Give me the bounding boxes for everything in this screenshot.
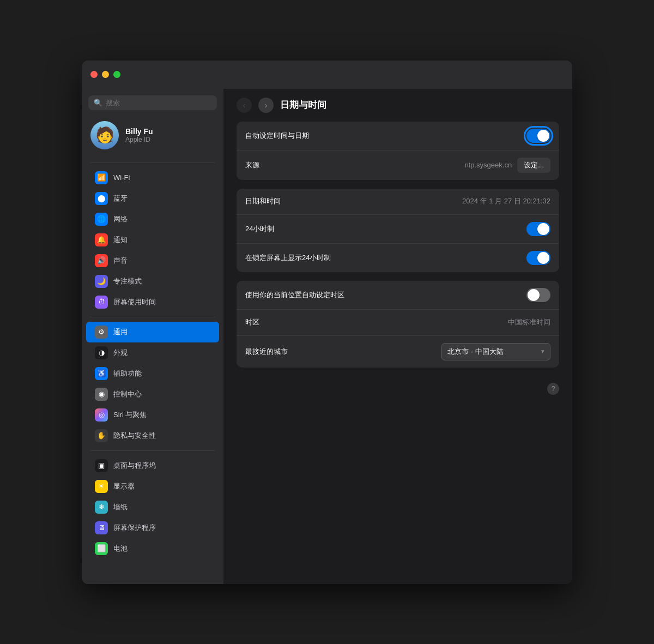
section-timezone: 使用你的当前位置自动设定时区 时区 中国标准时间 最接近的城市 北京市 - 中国… — [237, 281, 559, 368]
sidebar-item-network[interactable]: 🌐网络 — [86, 209, 219, 230]
sidebar-item-wallpaper[interactable]: ❄墙纸 — [86, 497, 219, 517]
row-source: 来源 ntp.sysgeek.cn 设定... — [237, 151, 559, 180]
user-subtitle: Apple ID — [125, 136, 153, 143]
page-title: 日期与时间 — [280, 99, 326, 111]
notification-icon: 🔔 — [95, 233, 108, 246]
sidebar-item-label-desktop: 桌面与程序坞 — [113, 461, 156, 471]
datetime-label: 日期和时间 — [245, 196, 281, 206]
control-icon: ◉ — [95, 388, 108, 401]
source-value: ntp.sysgeek.cn — [464, 161, 512, 169]
main-panel: ‹ › 日期与时间 自动设定时间与日期 来源 — [223, 89, 572, 584]
traffic-lights — [90, 71, 120, 78]
general-icon: ⚙ — [95, 326, 108, 339]
row-24h-lock: 在锁定屏幕上显示24小时制 — [237, 244, 559, 272]
sidebar-item-notification[interactable]: 🔔通知 — [86, 230, 219, 250]
screentime-icon: ⏱ — [95, 296, 108, 309]
sidebar-divider-general — [90, 317, 215, 317]
bluetooth-icon: ⬤ — [95, 192, 108, 205]
sidebar-item-label-appearance: 外观 — [113, 348, 128, 358]
section-datetime: 日期和时间 2024 年 1 月 27 日 20:21:32 24小时制 在锁定… — [237, 189, 559, 272]
sidebar-item-label-display: 显示器 — [113, 482, 135, 491]
sidebar-item-label-notification: 通知 — [113, 235, 128, 245]
toggle-knob-24h-lock — [537, 252, 549, 264]
nearest-city-dropdown[interactable]: 北京市 - 中国大陆 ▾ — [441, 343, 550, 360]
back-button[interactable]: ‹ — [237, 98, 252, 113]
row-nearest-city: 最接近的城市 北京市 - 中国大陆 ▾ — [237, 336, 559, 368]
forward-button[interactable]: › — [258, 98, 274, 113]
network-icon: 🌐 — [95, 213, 108, 226]
content-area: 🔍 🧑 Billy Fu Apple ID 📶Wi-Fi⬤蓝牙🌐网络🔔通知🔊声音… — [82, 89, 572, 584]
search-bar[interactable]: 🔍 — [88, 95, 217, 110]
sidebar-item-label-wallpaper: 墙纸 — [113, 502, 128, 512]
focus-icon: 🌙 — [95, 275, 108, 288]
sidebar-item-label-network: 网络 — [113, 214, 128, 224]
chevron-down-icon: ▾ — [541, 348, 544, 355]
sidebar-item-label-battery: 电池 — [113, 544, 128, 553]
sidebar-item-wifi[interactable]: 📶Wi-Fi — [86, 167, 219, 188]
main-content: 自动设定时间与日期 来源 ntp.sysgeek.cn 设定... — [223, 122, 572, 584]
row-24h: 24小时制 — [237, 215, 559, 244]
accessibility-icon: ♿ — [95, 367, 108, 380]
24h-lock-label: 在锁定屏幕上显示24小时制 — [245, 253, 331, 263]
row-datetime-display: 日期和时间 2024 年 1 月 27 日 20:21:32 — [237, 189, 559, 215]
search-input[interactable] — [106, 99, 211, 107]
sidebar-item-label-privacy: 隐私与安全性 — [113, 431, 156, 441]
24h-label: 24小时制 — [245, 224, 274, 234]
siri-icon: ◎ — [95, 408, 108, 422]
wallpaper-icon: ❄ — [95, 501, 108, 514]
sidebar-item-label-screentime: 屏幕使用时间 — [113, 297, 156, 307]
sidebar-item-label-wifi: Wi-Fi — [113, 173, 130, 182]
sidebar-item-label-accessibility: 辅助功能 — [113, 369, 142, 378]
sidebar-divider-desktop — [90, 450, 215, 451]
help-area: ? — [237, 376, 559, 401]
desktop-icon: ▣ — [95, 459, 108, 472]
source-set-button[interactable]: 设定... — [517, 158, 550, 173]
auto-set-time-toggle[interactable] — [526, 129, 550, 143]
sidebar-item-desktop[interactable]: ▣桌面与程序坞 — [86, 455, 219, 476]
maximize-button[interactable] — [113, 71, 120, 78]
user-profile[interactable]: 🧑 Billy Fu Apple ID — [82, 117, 223, 158]
sidebar-item-privacy[interactable]: ✋隐私与安全性 — [86, 425, 219, 446]
sidebar-item-siri[interactable]: ◎Siri 与聚焦 — [86, 405, 219, 425]
sidebar-item-sound[interactable]: 🔊声音 — [86, 250, 219, 271]
timezone-value: 中国标准时间 — [508, 317, 550, 327]
row-timezone-display: 时区 中国标准时间 — [237, 310, 559, 336]
24h-toggle[interactable] — [526, 222, 550, 236]
sidebar-item-label-sound: 声音 — [113, 256, 128, 266]
search-icon: 🔍 — [94, 99, 102, 107]
sidebar-item-accessibility[interactable]: ♿辅助功能 — [86, 363, 219, 384]
sidebar-item-screentime[interactable]: ⏱屏幕使用时间 — [86, 292, 219, 312]
privacy-icon: ✋ — [95, 429, 108, 442]
sidebar-item-control[interactable]: ◉控制中心 — [86, 384, 219, 405]
battery-icon: ⬜ — [95, 542, 108, 555]
sidebar-item-battery[interactable]: ⬜电池 — [86, 538, 219, 559]
sidebar-item-general[interactable]: ⚙通用 — [86, 322, 219, 342]
sidebar-item-focus[interactable]: 🌙专注模式 — [86, 271, 219, 292]
screensaver-icon: 🖥 — [95, 521, 108, 534]
minimize-button[interactable] — [102, 71, 109, 78]
help-button[interactable]: ? — [547, 383, 559, 395]
auto-set-time-label: 自动设定时间与日期 — [245, 131, 309, 141]
row-auto-timezone: 使用你的当前位置自动设定时区 — [237, 281, 559, 310]
sidebar-item-label-control: 控制中心 — [113, 389, 142, 399]
avatar: 🧑 — [90, 121, 119, 149]
app-window: 🔍 🧑 Billy Fu Apple ID 📶Wi-Fi⬤蓝牙🌐网络🔔通知🔊声音… — [82, 61, 572, 584]
sidebar-item-label-siri: Siri 与聚焦 — [113, 410, 147, 420]
close-button[interactable] — [90, 71, 98, 78]
source-right: ntp.sysgeek.cn 设定... — [464, 158, 550, 173]
section-auto-time: 自动设定时间与日期 来源 ntp.sysgeek.cn 设定... — [237, 122, 559, 180]
sidebar-divider-1 — [90, 162, 215, 163]
toggle-knob-24h — [537, 223, 549, 235]
sidebar-item-bluetooth[interactable]: ⬤蓝牙 — [86, 188, 219, 209]
user-name: Billy Fu — [125, 127, 153, 136]
sidebar-item-display[interactable]: ☀显示器 — [86, 476, 219, 497]
datetime-value: 2024 年 1 月 27 日 20:21:32 — [462, 196, 550, 206]
auto-timezone-toggle[interactable] — [526, 288, 550, 302]
main-header: ‹ › 日期与时间 — [223, 89, 572, 122]
sidebar-item-appearance[interactable]: ◑外观 — [86, 342, 219, 363]
24h-lock-toggle[interactable] — [526, 251, 550, 265]
appearance-icon: ◑ — [95, 346, 108, 359]
display-icon: ☀ — [95, 480, 108, 493]
sidebar-items: 📶Wi-Fi⬤蓝牙🌐网络🔔通知🔊声音🌙专注模式⏱屏幕使用时间⚙通用◑外观♿辅助功… — [82, 167, 223, 559]
sidebar-item-screensaver[interactable]: 🖥屏幕保护程序 — [86, 517, 219, 538]
